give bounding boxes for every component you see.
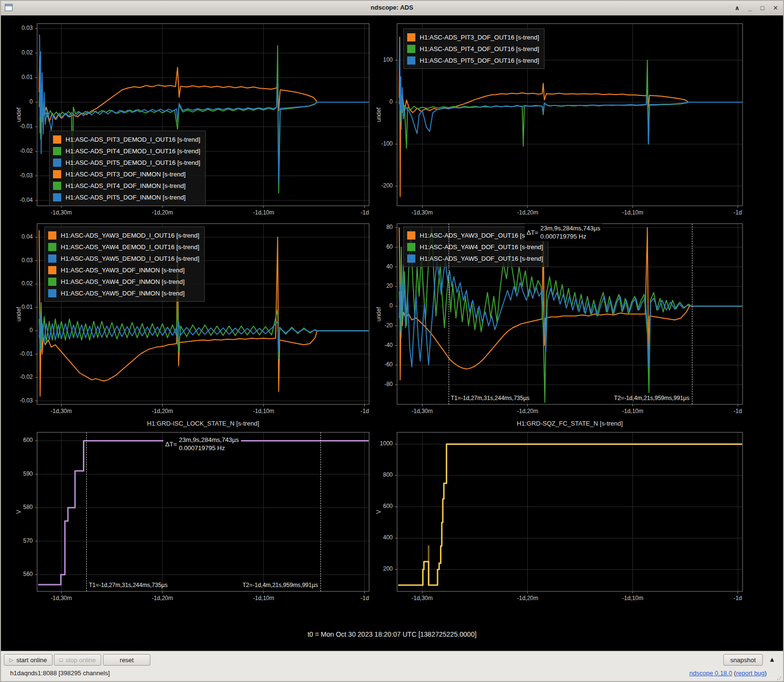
report-bug-link[interactable]: report bug [736,669,764,677]
shade-icon[interactable]: ∧ [734,1,740,15]
legend-item: H1:ASC-ADS_YAW4_DOF_OUT16 [s-trend] [407,241,543,253]
legend-swatch [407,33,415,41]
plot-isc-lock-state[interactable]: 600590580570560-1d,30m-1d,20m-1d,10m-1dV… [13,418,372,607]
legend-item: H1:ASC-ADS_YAW5_DOF_OUT16 [s-trend] [407,253,543,264]
x-tick-label: -1d,20m [133,209,191,216]
x-tick-label: -1d,20m [499,209,557,216]
plot-sqz-fc-state[interactable]: 1000800600400200-1d,30m-1d,20m-1d,10m-1d… [373,418,745,607]
title-bar[interactable]: ndscope: ADS ∧ _ □ ✕ [1,1,783,16]
legend-swatch [53,147,61,155]
y-tick-label: 0.04 [13,233,33,240]
y-tick-label: -0.04 [13,197,33,203]
plot-yaw-demod[interactable]: 0.040.030.020.010-0.01-0.02-0.03-1d,30m-… [13,219,372,418]
y-tick-label: 0.03 [13,25,33,31]
y-axis-label: undef [15,107,22,122]
plot-canvas[interactable] [373,418,745,607]
y-tick-label: -0.03 [13,172,33,179]
legend-swatch [53,159,61,167]
plot-pit-dof[interactable]: 1000-100-200-1d,30m-1d,20m-1d,10m-1dunde… [373,19,745,219]
plot-yaw-dof[interactable]: 806040200-20-40-60-80-1d,30m-1d,20m-1d,1… [373,219,745,418]
y-tick-label: 600 [13,437,33,443]
x-tick-label: -1d,30m [32,408,90,415]
y-tick-label: 0 [13,327,33,334]
y-tick-label: -0.01 [13,123,33,130]
cursor-t1-label: T1=-1d,27m,31s,244ms,735µs [451,395,530,401]
t0-timestamp: t0 = Mon Oct 30 2023 18:20:07 UTC [13827… [1,630,783,638]
window-title: ndscope: ADS [1,4,783,11]
y-tick-label: 400 [373,534,393,541]
delta-t-annotation: ΔT=23m,9s,284ms,743µs0.000719795 Hz [525,224,602,241]
y-tick-label: 100 [373,56,393,63]
stop-icon: □ [59,657,63,663]
y-axis-label: V [375,510,382,514]
cursor-t1[interactable] [449,224,449,404]
legend-item: H1:ASC-ADS_PIT4_DOF_OUT16 [s-trend] [407,43,539,54]
legend[interactable]: H1:ASC-ADS_PIT3_DEMOD_I_OUT16 [s-trend]H… [49,131,206,206]
cursor-t2-label: T2=-1d,4m,21s,959ms,991µs [614,395,690,401]
legend-item: H1:ASC-ADS_PIT5_DEMOD_I_OUT16 [s-trend] [53,157,200,168]
ndscope-version-link[interactable]: ndscope 0.18.0 [690,669,732,677]
y-tick-label: 590 [13,470,33,477]
x-tick-label: -1d [709,595,767,602]
legend-swatch [407,45,415,53]
x-tick-label: -1d,10m [604,209,662,216]
play-icon: ▷ [9,657,13,663]
x-tick-label: -1d,10m [235,209,292,216]
legend-item: H1:ASC-ADS_PIT5_DOF_OUT16 [s-trend] [407,54,539,66]
bottom-toolbar: ▷ start online □ stop online reset snaps… [1,651,783,682]
plot-title: H1:GRD-SQZ_FC_STATE_N [s-trend] [397,420,743,427]
maximize-icon[interactable]: □ [760,1,764,15]
resize-grip[interactable] [777,675,782,680]
cursor-t2[interactable] [320,432,321,591]
x-tick-label: -1d,10m [235,408,292,415]
y-axis-label: V [15,510,22,514]
ndscope-window: ndscope: ADS ∧ _ □ ✕ 0.030.020.010-0.01-… [0,0,784,682]
legend-swatch [48,289,56,297]
y-tick-label: 80 [373,224,393,230]
legend-swatch [48,243,56,251]
y-tick-label: 200 [373,565,393,572]
snapshot-button[interactable]: snapshot [723,654,763,666]
x-tick-label: -1d,10m [604,408,662,415]
y-tick-label: 1000 [373,440,393,447]
y-tick-label: -0.03 [13,397,33,404]
close-icon[interactable]: ✕ [773,1,778,15]
y-tick-label: -80 [373,381,393,388]
trace-SQZ_FC_STATE_N [398,444,742,585]
legend[interactable]: H1:ASC-ADS_PIT3_DOF_OUT16 [s-trend]H1:AS… [403,28,545,69]
start-online-button[interactable]: ▷ start online [4,654,53,666]
legend-item: H1:ASC-ADS_PIT4_DEMOD_I_OUT16 [s-trend] [53,145,200,157]
y-tick-label: -20 [373,322,393,329]
x-tick-label: -1d,20m [133,408,191,415]
cursor-t2[interactable] [692,224,692,404]
legend[interactable]: H1:ASC-ADS_YAW3_DEMOD_I_OUT16 [s-trend]H… [44,227,205,302]
x-tick-label: -1d,10m [235,595,292,602]
legend-swatch [53,170,61,178]
legend-swatch [407,231,415,240]
x-tick-label: -1d,30m [393,408,451,415]
cursor-t1[interactable] [86,432,87,591]
stop-online-button[interactable]: □ stop online [54,654,101,666]
minimize-icon[interactable]: _ [748,1,752,15]
y-tick-label: -0.02 [13,374,33,380]
trace-ISC_LOCK_STATE_N [38,441,369,585]
legend-item: H1:ASC-ADS_PIT3_DOF_INMON [s-trend] [53,168,200,180]
trace-PIT4_DOF [399,60,742,148]
y-tick-label: 60 [373,243,393,250]
trace-PIT3 [39,57,369,133]
y-tick-label: 0.03 [13,257,33,264]
expand-arrow-button[interactable]: ▲ [769,655,775,663]
plot-pit-demod[interactable]: 0.030.020.010-0.01-0.02-0.03-0.04-1d,30m… [13,19,372,219]
trace-YAW4 [39,294,369,359]
y-tick-label: 0 [13,98,33,105]
legend-item: H1:ASC-ADS_YAW5_DOF_INMON [s-trend] [48,287,199,299]
y-tick-label: -0.01 [13,350,33,357]
legend-swatch [48,254,56,263]
legend-swatch [53,135,61,144]
y-tick-label: 600 [373,503,393,509]
x-tick-label: -1d [709,408,767,415]
legend-item: H1:ASC-ADS_YAW4_DEMOD_I_OUT16 [s-trend] [48,241,199,253]
y-tick-label: 40 [373,263,393,270]
legend-swatch [48,266,56,274]
reset-button[interactable]: reset [103,654,150,666]
